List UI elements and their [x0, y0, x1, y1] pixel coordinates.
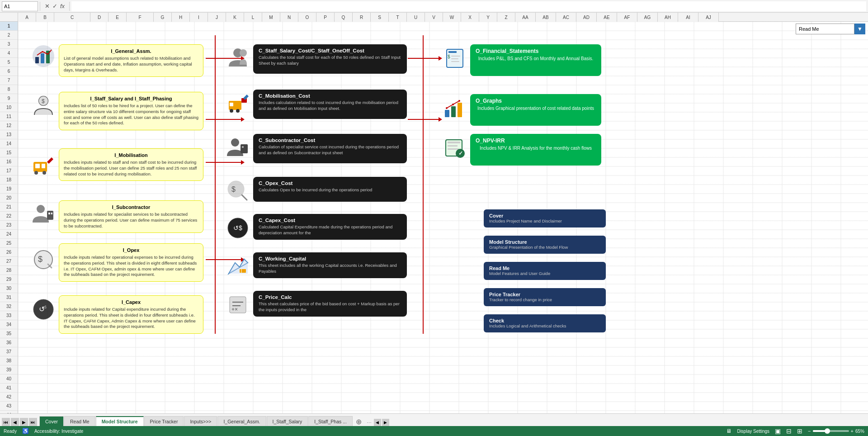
row-num-3[interactable]: 3	[0, 40, 18, 49]
row-num-31[interactable]: 31	[0, 293, 18, 302]
row-num-18[interactable]: 18	[0, 175, 18, 185]
row-num-25[interactable]: 25	[0, 239, 18, 248]
col-header-AH[interactable]: AH	[658, 13, 678, 22]
zoom-slider-thumb[interactable]	[825, 428, 830, 434]
row-num-42[interactable]: 42	[0, 393, 18, 402]
col-header-K[interactable]: K	[226, 13, 244, 22]
row-num-14[interactable]: 14	[0, 139, 18, 148]
col-header-O[interactable]: O	[298, 13, 316, 22]
row-num-24[interactable]: 24	[0, 230, 18, 239]
col-header-AJ[interactable]: AJ	[698, 13, 719, 22]
tab-nav-next[interactable]: ▶	[20, 418, 28, 426]
row-num-22[interactable]: 22	[0, 212, 18, 221]
col-header-R[interactable]: R	[353, 13, 371, 22]
input-card-capex[interactable]: I_Capex Include inputs related for Capit…	[59, 295, 203, 334]
col-header-H[interactable]: H	[172, 13, 190, 22]
row-num-13[interactable]: 13	[0, 130, 18, 139]
readme-dropdown-button[interactable]: ▼	[854, 24, 865, 34]
input-card-mobilisation[interactable]: I_Mobilisation Includes inputs related t…	[59, 148, 203, 181]
col-header-P[interactable]: P	[316, 13, 335, 22]
row-num-8[interactable]: 8	[0, 85, 18, 94]
col-header-G[interactable]: G	[154, 13, 172, 22]
col-header-Q[interactable]: Q	[335, 13, 353, 22]
col-header-AI[interactable]: AI	[678, 13, 698, 22]
zoom-in-icon[interactable]: +	[851, 428, 854, 434]
input-card-staff-salary[interactable]: I_Staff_Salary and I_Staff_Phasing Inclu…	[59, 92, 203, 130]
zoom-out-icon[interactable]: −	[808, 428, 811, 434]
col-header-F[interactable]: F	[127, 13, 154, 22]
col-header-AG[interactable]: AG	[637, 13, 658, 22]
input-card-opex[interactable]: I_Opex Include inputs related for operat…	[59, 243, 203, 282]
row-num-20[interactable]: 20	[0, 194, 18, 203]
row-num-35[interactable]: 35	[0, 329, 18, 338]
row-num-1[interactable]: 1	[0, 22, 18, 31]
tab-inputs[interactable]: Inputs>>>	[184, 416, 217, 426]
tab-scroll-right[interactable]: ▶	[382, 419, 389, 426]
col-header-N[interactable]: N	[280, 13, 298, 22]
col-header-Y[interactable]: Y	[479, 13, 497, 22]
calc-card-price[interactable]: C_Price_Calc This sheet calculates price…	[253, 291, 407, 317]
row-num-21[interactable]: 21	[0, 203, 18, 212]
tab-i-general-assm[interactable]: I_General_Assm.	[217, 416, 266, 426]
row-num-39[interactable]: 39	[0, 365, 18, 374]
col-header-L[interactable]: L	[244, 13, 262, 22]
add-sheet-button[interactable]: ⊕	[353, 417, 364, 426]
nav-card-model-structure[interactable]: Model Structure Graphical Presentation o…	[484, 236, 606, 254]
col-header-S[interactable]: S	[371, 13, 389, 22]
col-header-AD[interactable]: AD	[576, 13, 597, 22]
row-num-12[interactable]: 12	[0, 121, 18, 130]
row-num-37[interactable]: 37	[0, 347, 18, 356]
tab-i-staff-phas[interactable]: I_Staff_Phas ...	[308, 416, 353, 426]
row-num-2[interactable]: 2	[0, 31, 18, 40]
col-header-V[interactable]: V	[425, 13, 443, 22]
row-num-43[interactable]: 43	[0, 402, 18, 411]
nav-card-price-tracker[interactable]: Price Tracker Tracker to record change i…	[484, 288, 606, 306]
output-card-financial[interactable]: O_Financial_Statements Includes P&L, BS …	[470, 44, 601, 76]
calc-card-subcontractor[interactable]: C_Subcontractor_Cost Calculation of spec…	[253, 134, 407, 163]
tab-nav-last[interactable]: ⏭	[29, 418, 37, 426]
row-num-5[interactable]: 5	[0, 58, 18, 67]
tab-price-tracker[interactable]: Price Tracker	[144, 416, 184, 426]
tab-read-me[interactable]: Read Me	[64, 416, 95, 426]
nav-card-cover[interactable]: Cover Includes Project Name and Disclaim…	[484, 209, 606, 227]
row-num-40[interactable]: 40	[0, 374, 18, 384]
row-num-4[interactable]: 4	[0, 49, 18, 58]
view-normal-icon[interactable]: ▣	[775, 427, 781, 435]
row-num-38[interactable]: 38	[0, 356, 18, 365]
tab-cover[interactable]: Cover	[39, 416, 64, 426]
view-page-break-icon[interactable]: ⊞	[797, 427, 802, 435]
row-num-32[interactable]: 32	[0, 302, 18, 311]
row-num-9[interactable]: 9	[0, 94, 18, 103]
col-header-AA[interactable]: AA	[515, 13, 536, 22]
input-card-general-assm[interactable]: I_General_Assm. List of general model as…	[59, 44, 203, 77]
cell-reference-box[interactable]: A1	[2, 1, 38, 11]
col-header-Z[interactable]: Z	[497, 13, 515, 22]
col-header-D[interactable]: D	[90, 13, 108, 22]
view-page-layout-icon[interactable]: ⊟	[786, 427, 792, 435]
col-header-E[interactable]: E	[108, 13, 127, 22]
tab-nav-prev[interactable]: ◀	[11, 418, 19, 426]
calc-card-opex[interactable]: C_Opex_Cost Calculates Opex to be incurr…	[253, 177, 407, 202]
output-card-npv[interactable]: O_NPV-IRR Includes NPV & IRR Analysis fo…	[470, 134, 601, 166]
row-num-17[interactable]: 17	[0, 166, 18, 175]
row-num-33[interactable]: 33	[0, 311, 18, 320]
row-num-11[interactable]: 11	[0, 112, 18, 121]
row-num-34[interactable]: 34	[0, 320, 18, 329]
col-header-I[interactable]: I	[190, 13, 208, 22]
zoom-slider[interactable]	[813, 430, 849, 432]
col-header-T[interactable]: T	[389, 13, 407, 22]
row-num-19[interactable]: 19	[0, 185, 18, 194]
col-header-AF[interactable]: AF	[617, 13, 637, 22]
nav-card-check[interactable]: Check Includes Logical and Arithmetical …	[484, 314, 606, 332]
confirm-formula-icon[interactable]: ✓	[52, 3, 57, 9]
col-header-U[interactable]: U	[407, 13, 425, 22]
calc-card-mobilisation[interactable]: C_Mobilisation_Cost Includes calculation…	[253, 90, 407, 119]
calc-card-staff-salary[interactable]: C_Staff_Salary_Cost/C_Staff_OneOff_Cost …	[253, 44, 407, 74]
tab-scroll-left[interactable]: ◀	[374, 419, 381, 426]
calc-card-capex[interactable]: C_Capex_Cost Calculated Capital Expendit…	[253, 214, 407, 240]
col-header-B[interactable]: B	[36, 13, 54, 22]
tab-i-staff-salary[interactable]: I_Staff_Salary	[267, 416, 308, 426]
row-num-28[interactable]: 28	[0, 266, 18, 275]
row-num-10[interactable]: 10	[0, 103, 18, 112]
input-card-subcontractor[interactable]: I_Subcontractor Includes inputs related …	[59, 200, 203, 233]
